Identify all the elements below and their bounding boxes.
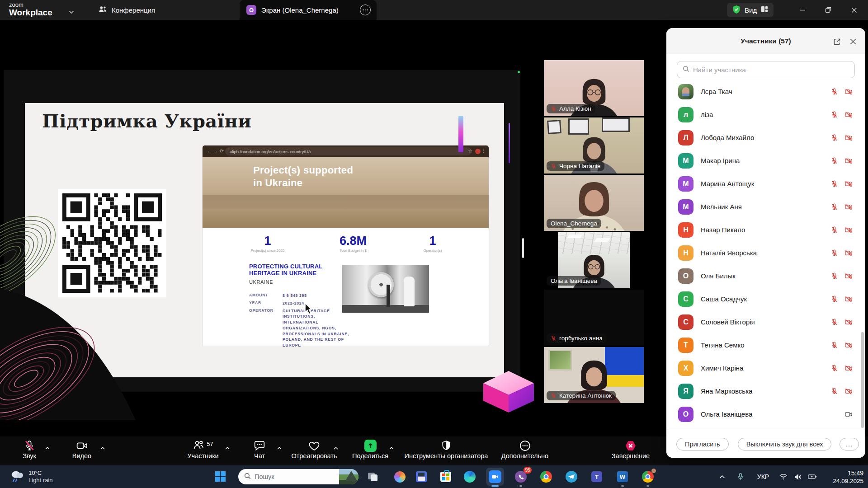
- mic-off-icon: [830, 387, 838, 395]
- end-meeting-button[interactable]: Завершение: [612, 439, 650, 460]
- mic-off-icon: [830, 364, 838, 372]
- search-input[interactable]: [693, 66, 849, 74]
- minimize-button[interactable]: [797, 5, 808, 15]
- participant-row[interactable]: ЛЛобода Михайло: [666, 126, 865, 149]
- video-chevron-icon[interactable]: [100, 444, 105, 452]
- participant-avatar: Я: [678, 384, 693, 399]
- video-tile[interactable]: Чорна Наталія: [544, 117, 644, 174]
- participant-row[interactable]: ММарина Антощук: [666, 172, 865, 195]
- shield-icon: [441, 439, 452, 452]
- edge-browser-icon[interactable]: [462, 469, 477, 484]
- microsoft-store-icon[interactable]: [439, 469, 453, 484]
- participants-count-badge: 57: [207, 441, 213, 447]
- share-scrollbar[interactable]: [522, 238, 524, 258]
- participant-row[interactable]: ТТетяна Семко: [666, 333, 865, 357]
- start-button[interactable]: [215, 471, 226, 483]
- video-tile[interactable]: горбулько анна: [544, 290, 644, 346]
- more-options-button[interactable]: ...: [840, 438, 859, 450]
- chrome-icon[interactable]: [539, 469, 553, 484]
- chat-chevron-icon[interactable]: [277, 444, 282, 452]
- host-tools-label: Инструменты организатора: [405, 452, 488, 460]
- windows-taskbar: 10°C Light rain 95 T W УКР: [0, 465, 868, 488]
- security-shield-icon: [732, 5, 741, 15]
- tab-options-icon[interactable]: [360, 5, 371, 15]
- tray-expand-icon[interactable]: [716, 465, 728, 488]
- video-tile[interactable]: Катерина Антонюк: [544, 347, 644, 403]
- search-icon: [244, 473, 251, 481]
- mic-off-icon: [830, 180, 838, 188]
- tab-conference[interactable]: Конференция: [99, 0, 155, 20]
- popout-icon[interactable]: [832, 37, 842, 47]
- participant-row[interactable]: ННаталія Яворська: [666, 241, 865, 264]
- participant-row[interactable]: ННазар Пикало: [666, 218, 865, 241]
- participant-row[interactable]: ММельник Аня: [666, 195, 865, 218]
- participants-scrollbar[interactable]: [861, 332, 864, 428]
- zoom-app-icon[interactable]: [488, 469, 502, 484]
- audio-label: Звук: [23, 452, 36, 460]
- participant-row[interactable]: ООля Билык: [666, 264, 865, 287]
- chevron-down-icon[interactable]: [69, 8, 74, 16]
- taskbar-search-input[interactable]: [255, 473, 339, 480]
- participant-row[interactable]: ССоловей Вікторія: [666, 310, 865, 333]
- more-button[interactable]: Дополнительно: [501, 439, 548, 460]
- word-icon[interactable]: W: [615, 469, 630, 484]
- invite-button[interactable]: Пригласить: [676, 438, 729, 450]
- floppy-app-icon[interactable]: [414, 469, 429, 484]
- search-highlight-image[interactable]: [339, 469, 359, 484]
- participant-row[interactable]: ММакар Ірина: [666, 149, 865, 172]
- audio-chevron-icon[interactable]: [45, 444, 50, 452]
- video-button[interactable]: Видео: [72, 439, 91, 460]
- mute-all-button[interactable]: Выключить звук для всех: [738, 438, 832, 450]
- tray-mic-icon[interactable]: [735, 465, 746, 488]
- wifi-icon[interactable]: [778, 465, 789, 488]
- participants-chevron-icon[interactable]: [225, 444, 230, 452]
- participant-row[interactable]: ООльга Іваніщева: [666, 403, 865, 426]
- camera-off-icon: [844, 88, 853, 96]
- share-chevron-icon[interactable]: [389, 444, 394, 452]
- participant-row[interactable]: ЯЯна Марковська: [666, 380, 865, 403]
- close-panel-icon[interactable]: [848, 37, 858, 47]
- copilot-icon[interactable]: [392, 469, 407, 484]
- participant-row[interactable]: лліза: [666, 103, 865, 126]
- presentation-slide: Підтримка України ← → ⟳ aliph-foundation…: [25, 103, 504, 377]
- participant-row[interactable]: ХХимич Каріна: [666, 357, 865, 380]
- camera-off-icon: [844, 203, 853, 211]
- weather-widget[interactable]: 10°C Light rain: [10, 469, 52, 484]
- task-view-icon[interactable]: [366, 469, 380, 484]
- participant-avatar: л: [678, 107, 693, 122]
- video-tile[interactable]: Ольга Іваніщева: [544, 232, 644, 288]
- decor-gradient-ribbon: [458, 116, 463, 152]
- clock[interactable]: 15:49 24.09.2025: [833, 469, 863, 485]
- react-button[interactable]: Отреагировать: [291, 439, 337, 460]
- battery-icon[interactable]: [806, 465, 819, 488]
- project-fields: AMOUNT$ 6 845 395 YEAR2022-2024 OPERATOR…: [249, 293, 353, 350]
- close-button[interactable]: [848, 5, 860, 15]
- participant-name-label: Olena_Chernega: [547, 219, 601, 228]
- shared-screen[interactable]: Підтримка України ← → ⟳ aliph-foundation…: [4, 70, 520, 392]
- audio-button[interactable]: Звук: [23, 439, 36, 460]
- volume-icon[interactable]: [792, 465, 804, 488]
- participant-name: ліза: [701, 111, 830, 118]
- restore-button[interactable]: [822, 5, 834, 15]
- video-tile[interactable]: Алла Кізюн: [544, 60, 644, 116]
- teams-icon[interactable]: T: [590, 469, 604, 484]
- participants-button[interactable]: 57 Участники: [187, 439, 218, 460]
- chrome-profile-icon[interactable]: [641, 469, 655, 484]
- share-button[interactable]: Поделиться: [352, 439, 388, 460]
- participant-row[interactable]: ССаша Осадчук: [666, 287, 865, 310]
- participant-row[interactable]: Лєра Ткач: [666, 80, 865, 103]
- host-tools-button[interactable]: Инструменты организатора: [405, 439, 488, 460]
- camera-off-icon: [844, 111, 853, 119]
- chat-button[interactable]: Чат: [254, 439, 265, 460]
- viber-icon[interactable]: 95: [514, 469, 528, 484]
- participant-name: Наталія Яворська: [701, 249, 830, 257]
- video-tile[interactable]: Olena_Chernega: [544, 175, 644, 231]
- react-chevron-icon[interactable]: [334, 444, 339, 452]
- tab-shared-screen[interactable]: O Экран (Olena_Chernega): [240, 0, 377, 20]
- participant-search[interactable]: [677, 61, 855, 78]
- mic-off-icon: [830, 134, 838, 142]
- view-button[interactable]: Вид: [727, 3, 774, 17]
- telegram-icon[interactable]: [564, 469, 579, 484]
- taskbar-search[interactable]: [238, 469, 359, 484]
- language-indicator[interactable]: УКР: [754, 465, 772, 488]
